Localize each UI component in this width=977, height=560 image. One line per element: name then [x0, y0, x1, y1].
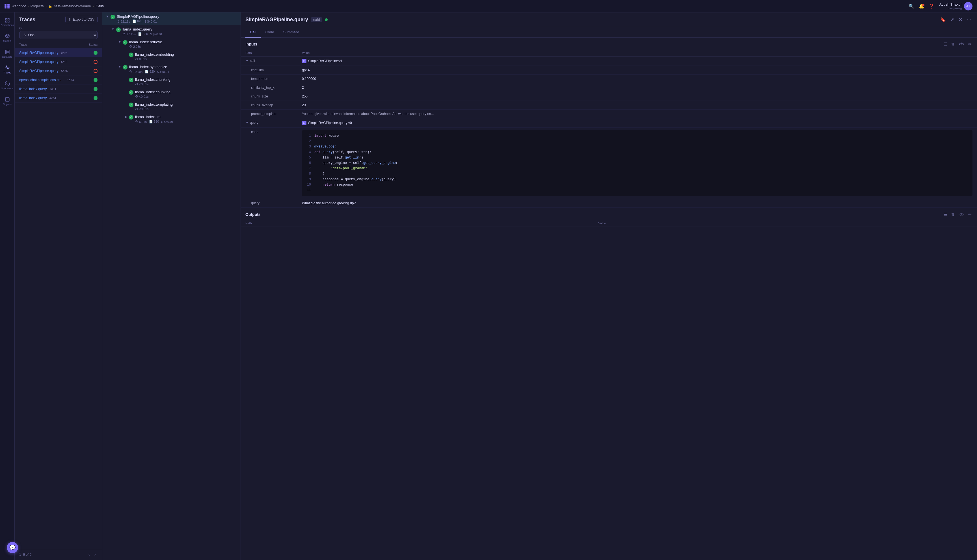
- export-csv-button[interactable]: ⬆ Export to CSV: [65, 16, 97, 23]
- path-cell: chat_llm: [241, 66, 297, 75]
- detail-title: SimpleRAGPipeline.query: [246, 17, 308, 23]
- value-header: Value: [594, 220, 977, 227]
- tree-item-name: llama_index.synthesize: [129, 65, 236, 69]
- status-icon-green: ✓: [123, 65, 127, 70]
- path-header: Path: [241, 50, 297, 57]
- status-dot-red: [94, 69, 97, 73]
- detail-actions: 🔖 ⤢ ✕ ⋯: [939, 16, 972, 23]
- trace-row[interactable]: openai.chat.completions.cre... 1e74: [15, 75, 102, 85]
- expand-icon[interactable]: ▼: [118, 40, 121, 43]
- sidebar-item-traces[interactable]: Traces: [1, 62, 13, 77]
- path-cell: chunk_size: [241, 92, 297, 101]
- time-meta: ⏱ <0.01s: [135, 107, 149, 111]
- search-icon[interactable]: 🔍: [909, 3, 914, 9]
- tree-item[interactable]: ▶ ✓ llama_index.llm ⏱ 6.01s 📄 620 $ $<0.…: [102, 113, 240, 125]
- chat-bubble[interactable]: 💬: [7, 542, 18, 553]
- expand-icon[interactable]: ▶: [125, 115, 127, 119]
- breadcrumb-wandbot[interactable]: wandbot: [12, 4, 26, 8]
- tree-content: llama_index.retrieve ⏱ 2.98s: [129, 40, 236, 48]
- outputs-section-header: Outputs ☰ ⇅ </> ✏: [241, 208, 977, 220]
- trace-id: 1e74: [67, 78, 74, 82]
- tree-item-meta: ⏱ 0.69s: [135, 57, 236, 61]
- tree-item[interactable]: ▼ ✓ SimpleRAGPipeline.query ⏱ 22.19s 📄 6…: [102, 12, 240, 25]
- expand-arrow[interactable]: ▼: [246, 59, 249, 63]
- trace-row[interactable]: llama_index.query 7a11: [15, 85, 102, 93]
- expand-icon[interactable]: ▼: [111, 27, 115, 31]
- tab-code[interactable]: Code: [261, 27, 279, 38]
- detail-panel: SimpleRAGPipeline.query eafd 🔖 ⤢ ✕ ⋯ Cal…: [241, 12, 977, 560]
- status-dot-green: [94, 96, 97, 100]
- expand-icon[interactable]: ⤢: [949, 16, 955, 23]
- time-meta: ⏱ 22.19s: [117, 20, 130, 23]
- tree-item[interactable]: ▶ ✓ llama_index.chunking ⏱ <0.01s: [102, 88, 240, 100]
- value-cell: What did the author do growing up?: [297, 199, 977, 208]
- expand-icon[interactable]: ▼: [118, 65, 121, 68]
- trace-row[interactable]: SimpleRAGPipeline.query 5c76: [15, 67, 102, 75]
- tab-call[interactable]: Call: [246, 27, 261, 38]
- sidebar-item-evaluations[interactable]: Evaluations: [1, 15, 13, 29]
- tree-item-meta: ⏱ 17.45s 📄 620 $ $<0.01: [122, 32, 236, 36]
- tree-item[interactable]: ▼ ✓ llama_index.synthesize ⏱ 10.98s 📄 62…: [102, 63, 240, 75]
- list-view-icon[interactable]: ☰: [943, 41, 948, 47]
- expand-icon[interactable]: ▼: [106, 14, 109, 18]
- tree-item-meta: ⏱ 6.01s 📄 620 $ $<0.01: [135, 120, 236, 123]
- operations-label: Operations: [1, 87, 13, 90]
- tree-item[interactable]: ▶ ✓ llama_index.chunking ⏱ <0.01s: [102, 75, 240, 88]
- trace-name: SimpleRAGPipeline.query: [19, 60, 58, 64]
- tree-item[interactable]: ▶ ✓ llama_index.embedding ⏱ 0.69s: [102, 50, 240, 63]
- traces-header: Traces ⬆ Export to CSV: [15, 12, 102, 25]
- breadcrumb-calls: Calls: [95, 4, 104, 8]
- svg-rect-9: [5, 97, 9, 102]
- tree-item[interactable]: ▶ ✓ llama_index.templating ⏱ <0.01s: [102, 100, 240, 113]
- topbar-user: Ayush Thakur morgs-org AT: [939, 2, 972, 10]
- expand-arrow[interactable]: ▼: [246, 121, 249, 125]
- breadcrumb-sep3: ›: [93, 4, 94, 8]
- pagination-next[interactable]: ›: [93, 552, 97, 558]
- outputs-title: Outputs: [246, 212, 261, 217]
- table-row: query What did the author do growing up?: [241, 199, 977, 208]
- sidebar-item-operations[interactable]: Operations: [1, 78, 13, 93]
- user-info: Ayush Thakur morgs-org: [939, 2, 962, 10]
- tree-item-name: llama_index.chunking: [135, 90, 236, 94]
- breadcrumb-project[interactable]: 🔒 test-llamaindex-weave: [48, 4, 91, 8]
- traces-table-header: Trace Status: [15, 41, 102, 48]
- op-filter-select[interactable]: All Ops SimpleRAGPipeline.query llama_in…: [19, 31, 97, 39]
- operations-icon: [5, 81, 10, 86]
- sidebar-item-models[interactable]: Models: [1, 30, 13, 45]
- edit-icon[interactable]: ✏: [967, 211, 972, 218]
- tab-summary[interactable]: Summary: [279, 27, 303, 38]
- trace-id: eafd: [61, 51, 67, 55]
- sidebar-item-objects[interactable]: Objects: [1, 94, 13, 108]
- sort-icon[interactable]: ⇅: [950, 211, 955, 218]
- bookmark-icon[interactable]: 🔖: [939, 16, 947, 23]
- status-icon-green: ✓: [129, 115, 134, 120]
- status-dot-green: [94, 78, 97, 82]
- status-icon-green: ✓: [129, 78, 134, 82]
- sidebar-item-datasets[interactable]: Datasets: [1, 46, 13, 61]
- breadcrumb-projects[interactable]: Projects: [30, 4, 44, 8]
- more-icon[interactable]: ⋯: [966, 16, 972, 23]
- trace-row[interactable]: SimpleRAGPipeline.query eafd: [15, 48, 102, 57]
- avatar[interactable]: AT: [964, 2, 972, 10]
- time-meta: ⏱ 6.01s: [135, 120, 147, 123]
- code-view-icon[interactable]: </>: [958, 41, 965, 47]
- tokens-meta: 📄 620: [132, 20, 142, 23]
- tree-item[interactable]: ▼ ✓ llama_index.query ⏱ 17.45s 📄 620 $ $…: [102, 25, 240, 38]
- pagination-prev[interactable]: ‹: [87, 552, 91, 558]
- status-icon-green: ✓: [123, 40, 127, 45]
- help-icon[interactable]: ❓: [929, 3, 935, 9]
- icon-sidebar: Evaluations Models Datasets Traces Opera…: [0, 12, 15, 560]
- sort-icon[interactable]: ⇅: [950, 41, 955, 47]
- trace-row[interactable]: SimpleRAGPipeline.query f282: [15, 57, 102, 67]
- trace-row[interactable]: llama_index.query 4cc4: [15, 93, 102, 103]
- trace-col-header: Trace: [19, 43, 75, 46]
- list-view-icon[interactable]: ☰: [943, 211, 948, 218]
- close-icon[interactable]: ✕: [957, 16, 964, 23]
- status-icon-green: ✓: [129, 53, 134, 57]
- tree-content: SimpleRAGPipeline.query ⏱ 22.19s 📄 620 $…: [117, 14, 236, 23]
- tree-item-name: llama_index.retrieve: [129, 40, 236, 44]
- tree-item[interactable]: ▼ ✓ llama_index.retrieve ⏱ 2.98s: [102, 38, 240, 50]
- edit-icon[interactable]: ✏: [967, 41, 972, 47]
- code-view-icon[interactable]: </>: [958, 211, 965, 218]
- detail-content: Inputs ☰ ⇅ </> ✏ Path Value: [241, 38, 977, 560]
